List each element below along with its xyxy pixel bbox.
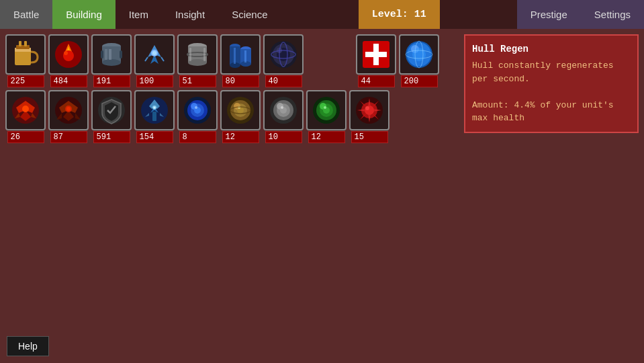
item-icon-barrel: [177, 34, 218, 75]
svg-rect-35: [234, 48, 236, 64]
tooltip-panel: Hull Regen Hull constantly regenerates p…: [464, 34, 639, 133]
list-item[interactable]: 40: [263, 34, 304, 87]
svg-rect-28: [203, 48, 205, 61]
svg-rect-59: [152, 112, 156, 121]
svg-line-22: [161, 57, 164, 61]
settings-button[interactable]: Settings: [581, 0, 644, 29]
top-nav: Battle Building Item Insight Science Lev…: [0, 0, 644, 29]
list-item[interactable]: 12: [306, 90, 347, 143]
item-icon-shield-dark: [91, 90, 132, 130]
item-row-1: 225 484: [5, 34, 439, 87]
item-icon-fire: [48, 34, 89, 75]
nav-spacer2: [440, 0, 517, 29]
svg-point-98: [365, 106, 369, 110]
svg-point-67: [195, 106, 197, 109]
list-item[interactable]: 154: [134, 90, 175, 143]
svg-point-80: [281, 106, 283, 109]
item-icon-orb-blue-gem: [177, 90, 218, 130]
list-item[interactable]: 15: [349, 90, 389, 143]
level-badge: Level: 11: [359, 0, 440, 29]
item-value: 100: [136, 75, 173, 87]
svg-rect-2: [16, 45, 30, 49]
svg-rect-27: [189, 48, 191, 61]
item-value: 200: [401, 75, 438, 87]
tooltip-line2: Amount: 4.4% of your unit's max health: [472, 99, 631, 125]
list-item[interactable]: 191: [91, 34, 132, 87]
item-icon-canister: [91, 34, 132, 75]
svg-rect-16: [101, 50, 103, 58]
item-value: 10: [265, 131, 302, 143]
svg-point-10: [64, 51, 68, 55]
svg-rect-36: [244, 50, 246, 63]
item-value: 8: [179, 131, 216, 143]
item-icon-orb-red-spiky: [349, 90, 389, 130]
list-item[interactable]: 200: [399, 34, 439, 87]
item-icon-ship-multi: [134, 90, 175, 130]
item-value: 40: [265, 75, 302, 87]
item-value: 12: [308, 131, 345, 143]
nav-battle[interactable]: Battle: [0, 0, 52, 29]
item-icon-mug: [5, 34, 46, 75]
list-item[interactable]: 225: [5, 34, 46, 87]
item-value: 80: [222, 75, 259, 87]
item-value: 26: [7, 131, 44, 143]
svg-point-49: [412, 48, 426, 61]
svg-rect-15: [109, 49, 111, 60]
item-icon-wing-dark: [48, 90, 89, 130]
nav-item[interactable]: Item: [116, 0, 162, 29]
svg-point-86: [324, 106, 326, 109]
prestige-button[interactable]: Prestige: [517, 0, 581, 29]
list-item[interactable]: 100: [134, 34, 175, 87]
svg-rect-17: [120, 50, 122, 58]
svg-point-56: [66, 107, 71, 111]
list-item[interactable]: 51: [177, 34, 218, 87]
item-value: 44: [358, 75, 395, 87]
svg-point-20: [152, 51, 156, 55]
nav-science[interactable]: Science: [218, 0, 281, 29]
item-icon-cylinder: [220, 34, 261, 75]
item-icon-cross: [356, 34, 396, 75]
svg-rect-4: [24, 41, 27, 46]
item-value: 484: [50, 75, 87, 87]
item-icon-orb-gray: [263, 90, 304, 130]
item-grid: 225 484: [5, 34, 439, 143]
item-value: 51: [179, 75, 216, 87]
tooltip-title: Hull Regen: [472, 42, 631, 56]
list-item[interactable]: 80: [220, 34, 261, 87]
item-value: 591: [93, 131, 130, 143]
nav-right: Prestige Settings: [517, 0, 644, 29]
item-value: 87: [50, 131, 87, 143]
item-value: 12: [222, 131, 259, 143]
svg-point-53: [22, 106, 29, 112]
svg-rect-14: [105, 49, 107, 60]
item-icon-orb-dark: [263, 34, 304, 75]
item-icon-orb-brown: [220, 90, 261, 130]
item-icon-ship: [134, 34, 175, 75]
item-value: 154: [136, 131, 173, 143]
item-icon-sphere-blue: [399, 34, 439, 75]
help-button[interactable]: Help: [7, 336, 49, 356]
svg-line-21: [145, 57, 148, 61]
svg-point-61: [154, 107, 156, 109]
item-icon-wing-red: [5, 90, 46, 130]
item-row-2: 26 87: [5, 90, 439, 143]
item-icon-orb-green: [306, 90, 347, 130]
list-item[interactable]: 591: [91, 90, 132, 143]
list-item[interactable]: 44: [356, 34, 396, 87]
list-item[interactable]: 484: [48, 34, 89, 87]
list-item[interactable]: 26: [5, 90, 46, 143]
list-item[interactable]: 12: [220, 90, 261, 143]
nav-building[interactable]: Building: [52, 0, 115, 29]
list-item[interactable]: 8: [177, 90, 218, 143]
list-item[interactable]: 87: [48, 90, 89, 143]
svg-rect-45: [365, 52, 387, 57]
svg-point-13: [102, 59, 121, 66]
tooltip-line1: Hull constantly regenerates per second.: [472, 59, 631, 85]
nav-insight[interactable]: Insight: [162, 0, 218, 29]
list-item[interactable]: 10: [263, 90, 304, 143]
gap-spacer: [306, 34, 353, 87]
item-value: 191: [93, 75, 130, 87]
nav-spacer: [281, 0, 359, 29]
item-value: 225: [7, 75, 44, 87]
item-value: 15: [351, 131, 388, 143]
